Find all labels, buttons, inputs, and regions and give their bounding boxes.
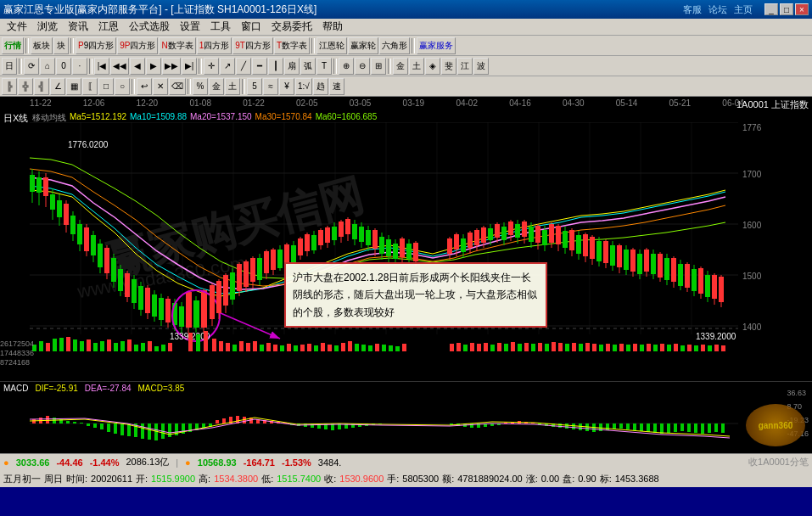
- btn-delete[interactable]: ✕: [153, 78, 168, 95]
- btn-arrow[interactable]: ↗: [220, 58, 235, 75]
- btn-tool3[interactable]: ◈: [425, 58, 440, 75]
- menu-tools[interactable]: 工具: [205, 19, 236, 35]
- btn-channel[interactable]: ⟦: [82, 78, 98, 95]
- btn-hline[interactable]: ━: [252, 58, 267, 75]
- btn-ellipse[interactable]: ○: [115, 78, 130, 95]
- svg-rect-292: [518, 344, 522, 351]
- btn-nav1[interactable]: |◀: [94, 58, 109, 75]
- btn-nav3[interactable]: ◀: [130, 58, 145, 75]
- btn-extra2[interactable]: 速: [329, 78, 344, 95]
- svg-rect-335: [107, 423, 110, 432]
- btn-dot[interactable]: ·: [72, 58, 87, 75]
- btn-fib[interactable]: 斐: [441, 58, 456, 75]
- btn-mline[interactable]: ▦: [66, 78, 81, 95]
- btn-yjfwu[interactable]: 赢家服务: [417, 37, 456, 54]
- btn-9t4[interactable]: 9T四方形: [232, 37, 273, 54]
- btn-clear[interactable]: ⌫: [169, 78, 186, 95]
- btn-9p4[interactable]: 9P四方形: [117, 37, 158, 54]
- btn-calc3[interactable]: ¥: [279, 78, 294, 95]
- btn-text[interactable]: T: [316, 58, 332, 75]
- btn-undo[interactable]: ↩: [137, 78, 152, 95]
- btn-hq[interactable]: 行情: [2, 37, 24, 54]
- svg-rect-47: [104, 248, 109, 273]
- btn-home[interactable]: ⌂: [40, 58, 55, 75]
- menu-trade[interactable]: 交易委托: [266, 19, 317, 35]
- menu-file[interactable]: 文件: [2, 19, 32, 35]
- btn-t-digit[interactable]: T数字表: [274, 37, 310, 54]
- btn-draw1[interactable]: ╠: [2, 78, 17, 95]
- btn-bk[interactable]: 板块: [31, 37, 53, 54]
- btn-yjl[interactable]: 赢家轮: [348, 37, 378, 54]
- btn-nav2[interactable]: ◀◀: [110, 58, 129, 75]
- btn-kuai[interactable]: 块: [53, 37, 69, 54]
- btn-zoom-out[interactable]: ⊖: [355, 58, 370, 75]
- btn-cross[interactable]: ✛: [204, 58, 219, 75]
- btn-nav5[interactable]: ▶▶: [162, 58, 181, 75]
- btn-nav4[interactable]: ▶: [146, 58, 161, 75]
- btn-zero[interactable]: 0: [56, 58, 71, 75]
- menu-gann[interactable]: 江恩: [93, 19, 124, 35]
- chart-container[interactable]: 赢家购买信网 www.yindas360.com 1A0001 上证指数 11-…: [0, 97, 812, 453]
- btn-wave[interactable]: 波: [473, 58, 489, 75]
- menu-settings[interactable]: 设置: [175, 19, 205, 35]
- btn-1-4[interactable]: 1四方形: [197, 37, 232, 54]
- btn-line[interactable]: ╱: [236, 58, 251, 75]
- maximize-button[interactable]: □: [780, 3, 793, 15]
- svg-rect-392: [558, 423, 562, 428]
- svg-rect-239: [120, 341, 125, 351]
- btn-gann[interactable]: 江: [457, 58, 473, 75]
- btn-vol[interactable]: 金: [209, 78, 224, 95]
- btn-arc[interactable]: 弧: [300, 58, 316, 75]
- btn-refresh[interactable]: ⟳: [24, 58, 39, 75]
- menu-formula[interactable]: 公式选股: [124, 19, 175, 35]
- link-forum[interactable]: 论坛: [708, 3, 727, 16]
- close-button[interactable]: ×: [795, 3, 809, 15]
- btn-jel[interactable]: 江恩轮: [316, 37, 347, 54]
- title-right: 客服 论坛 主页 _ □ ×: [683, 3, 809, 16]
- menu-help[interactable]: 帮助: [317, 19, 348, 35]
- svg-rect-166: [529, 227, 534, 242]
- svg-rect-244: [154, 346, 159, 351]
- svg-rect-301: [579, 344, 583, 351]
- btn-vline[interactable]: ┃: [268, 58, 283, 75]
- btn-fan[interactable]: 扇: [284, 58, 300, 75]
- btn-nav6[interactable]: ▶|: [182, 58, 197, 75]
- svg-rect-192: [617, 245, 622, 267]
- btn-n-digit[interactable]: N数字表: [159, 37, 195, 54]
- btn-hex[interactable]: 六角形: [379, 37, 410, 54]
- svg-rect-122: [352, 224, 357, 239]
- btn-zoom-in[interactable]: ⊕: [339, 58, 354, 75]
- btn-draw3[interactable]: ╣: [34, 78, 49, 95]
- btn-daily[interactable]: 日: [2, 58, 17, 75]
- menu-news[interactable]: 资讯: [63, 19, 93, 35]
- btn-rect[interactable]: □: [98, 78, 114, 95]
- btn-ratio[interactable]: 1:√: [295, 78, 312, 95]
- svg-rect-262: [273, 345, 277, 351]
- svg-rect-198: [637, 254, 642, 274]
- svg-rect-148: [468, 233, 473, 248]
- btn-fit[interactable]: ⊞: [371, 58, 386, 75]
- svg-rect-266: [300, 345, 305, 351]
- btn-pct[interactable]: %: [193, 78, 208, 95]
- link-customer[interactable]: 客服: [683, 3, 702, 16]
- btn-ind[interactable]: 土: [225, 78, 240, 95]
- svg-rect-228: [46, 343, 50, 351]
- btn-angle[interactable]: ∠: [50, 78, 65, 95]
- vol-value: 5805300: [402, 474, 439, 484]
- link-home[interactable]: 主页: [734, 3, 753, 16]
- menu-browse[interactable]: 浏览: [32, 19, 63, 35]
- menu-window[interactable]: 窗口: [236, 19, 266, 35]
- btn-draw2[interactable]: ╬: [18, 78, 33, 95]
- btn-extra1[interactable]: 趋: [313, 78, 328, 95]
- svg-rect-246: [168, 343, 172, 351]
- minimize-button[interactable]: _: [764, 3, 778, 15]
- svg-rect-233: [80, 341, 84, 351]
- btn-calc2[interactable]: ≈: [263, 78, 278, 95]
- svg-rect-110: [311, 235, 316, 250]
- btn-tool2[interactable]: 土: [409, 58, 424, 75]
- btn-p4[interactable]: P9四方形: [76, 37, 116, 54]
- btn-tool1[interactable]: 金: [393, 58, 408, 75]
- svg-rect-270: [328, 345, 332, 351]
- svg-rect-108: [305, 234, 310, 251]
- btn-calc1[interactable]: 5: [247, 78, 262, 95]
